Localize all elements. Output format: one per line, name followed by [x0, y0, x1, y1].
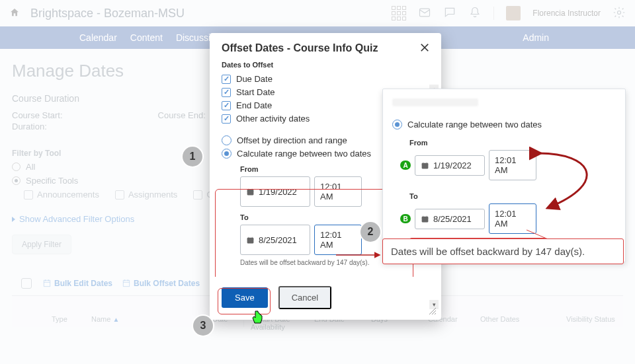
arrow-curved — [529, 147, 615, 219]
svg-rect-2 — [247, 189, 254, 195]
nav-admin[interactable]: Admin — [523, 32, 556, 43]
callout-from-label: From — [409, 139, 617, 147]
marker-a: A — [400, 161, 411, 170]
filter-specific-radio[interactable] — [12, 176, 21, 185]
offset-direction-label: Offset by direction and range — [237, 135, 347, 145]
tool-assignments-label: Assignments — [128, 190, 177, 200]
start-date-check[interactable] — [222, 88, 231, 97]
to-date-value: 8/25/2021 — [259, 235, 297, 245]
chevron-right-icon — [12, 217, 15, 222]
from-time-value: 12:01 AM — [320, 182, 356, 201]
callout-note-large: Dates will be offset backward by 147 day… — [382, 238, 624, 264]
tool-assignments-check[interactable] — [115, 190, 124, 200]
bulk-edit-label: Bulk Edit Dates — [54, 279, 112, 288]
bulk-offset-label: Bulk Offset Dates — [134, 279, 200, 288]
callout-to-date-value: 8/25/2021 — [433, 214, 472, 224]
blurred-strip — [392, 98, 478, 106]
due-date-label: Due Date — [236, 74, 273, 84]
chat-icon[interactable] — [443, 5, 456, 22]
svg-rect-5 — [422, 216, 429, 222]
apply-filter-button[interactable]: Apply Filter — [12, 235, 71, 254]
bulk-offset-dates-link[interactable]: Bulk Offset Dates — [122, 279, 200, 288]
nav-calendar[interactable]: Calendar — [79, 32, 117, 43]
col-visibility[interactable]: Visibility Status — [560, 312, 623, 327]
start-date-label: Start Date — [236, 87, 275, 97]
select-all-check[interactable] — [21, 278, 32, 289]
end-date-label: End Date — [236, 100, 272, 110]
callout-from-date-value: 1/19/2022 — [433, 161, 472, 170]
due-date-check[interactable] — [222, 75, 231, 84]
from-time-input[interactable]: 12:01 AM — [314, 176, 362, 207]
calculate-range-label: Calculate range between two dates — [237, 149, 371, 159]
arrow-to-note — [336, 248, 389, 262]
callout-to-date-input[interactable]: 8/25/2021 — [415, 209, 485, 229]
advanced-filter-label: Show Advanced Filter Options — [19, 214, 134, 224]
avatar[interactable] — [506, 6, 521, 20]
sort-asc-icon: ▲ — [112, 316, 119, 323]
course-end-label: Course End: — [158, 110, 206, 120]
callout-calc-radio[interactable] — [392, 120, 402, 129]
course-start-label: Course Start: — [12, 110, 63, 120]
svg-rect-0 — [420, 9, 430, 17]
dialog-title: Offset Dates - Course Info Quiz — [222, 42, 378, 54]
resize-grip-icon[interactable] — [428, 307, 436, 314]
marker-b: B — [400, 214, 411, 223]
tool-announcements-check[interactable] — [24, 190, 33, 200]
top-bar: Brightspace - Bozeman-MSU Florencia Inst… — [0, 0, 635, 26]
save-button[interactable]: Save — [222, 287, 268, 308]
other-activity-check[interactable] — [222, 114, 231, 124]
nav-content[interactable]: Content — [130, 32, 163, 43]
col-type[interactable]: Type — [45, 312, 85, 327]
step-2-marker: 2 — [360, 222, 380, 242]
svg-point-1 — [618, 11, 621, 14]
offset-direction-radio[interactable] — [222, 135, 232, 145]
username[interactable]: Florencia Instructor — [532, 9, 601, 18]
callout-from-date-input[interactable]: 1/19/2022 — [415, 155, 485, 176]
filter-specific-label: Specific Tools — [26, 176, 78, 186]
gear-icon[interactable] — [613, 5, 626, 22]
dates-to-offset-heading: Dates to Offset — [222, 61, 429, 69]
cursor-icon — [250, 310, 265, 329]
filter-all-radio[interactable] — [12, 163, 21, 171]
step-3-marker: 3 — [193, 316, 213, 336]
tool-calendar-check[interactable] — [193, 190, 202, 200]
tool-announcements-label: Announcements — [37, 190, 99, 200]
to-date-input[interactable]: 8/25/2021 — [240, 225, 310, 255]
svg-rect-3 — [247, 237, 254, 243]
callout-calc-label: Calculate range between two dates — [407, 120, 542, 129]
col-name-label: Name — [91, 315, 110, 323]
divider — [493, 7, 494, 20]
callout-from-time-value: 12:01 AM — [495, 155, 530, 175]
apps-icon[interactable] — [392, 6, 406, 20]
col-other[interactable]: Other Dates — [474, 312, 560, 327]
filter-all-label: All — [26, 162, 35, 172]
duration-label: Duration: — [12, 122, 47, 131]
from-date-input[interactable]: 1/19/2022 — [240, 176, 310, 207]
end-date-check[interactable] — [222, 101, 231, 110]
home-icon[interactable] — [9, 7, 20, 20]
callout-to-time-value: 12:01 AM — [495, 209, 530, 229]
mail-icon[interactable] — [418, 5, 431, 22]
svg-rect-4 — [422, 163, 429, 168]
col-name[interactable]: Name ▲ — [85, 312, 190, 327]
bell-icon[interactable] — [468, 5, 482, 22]
step-1-marker: 1 — [183, 147, 202, 166]
bulk-edit-dates-link[interactable]: Bulk Edit Dates — [42, 279, 112, 288]
other-activity-label: Other activity dates — [236, 114, 310, 124]
brand-title[interactable]: Brightspace - Bozeman-MSU — [30, 7, 185, 20]
col-availability: Availability Start Date End Date Days Ca… — [243, 320, 474, 327]
to-time-value: 12:01 AM — [320, 230, 356, 250]
cancel-button[interactable]: Cancel — [278, 286, 331, 309]
calculate-range-radio[interactable] — [222, 149, 232, 159]
close-icon[interactable] — [420, 43, 429, 54]
from-date-value: 1/19/2022 — [259, 187, 297, 197]
